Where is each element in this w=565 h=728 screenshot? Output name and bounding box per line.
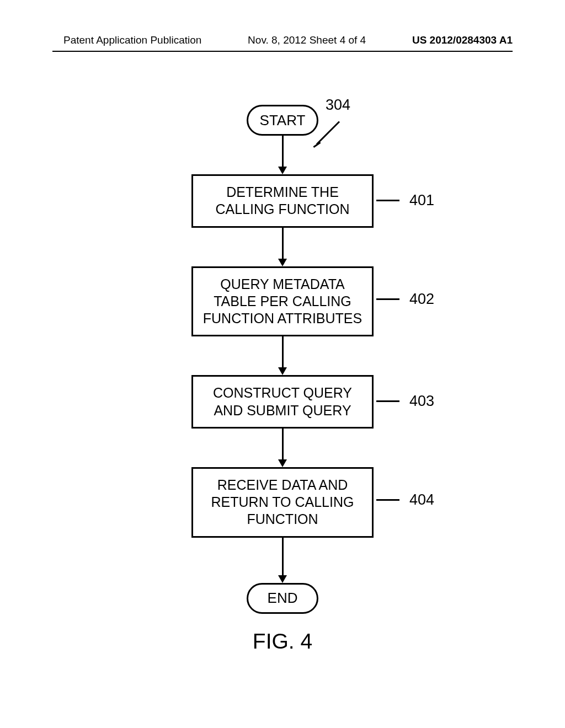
process-step-402: QUERY METADATA TABLE PER CALLING FUNCTIO… — [191, 266, 374, 337]
connector — [278, 429, 287, 467]
start-label: START — [260, 112, 306, 129]
arrow-line — [282, 429, 284, 459]
arrow-head-icon — [278, 259, 287, 266]
connector — [278, 136, 287, 174]
arrow-line — [282, 336, 284, 367]
process-ref-402: 402 — [409, 291, 434, 308]
arrow-line — [282, 538, 284, 575]
arrow-head-icon — [278, 575, 287, 583]
end-label: END — [268, 590, 298, 607]
header-date-sheet: Nov. 8, 2012 Sheet 4 of 4 — [248, 34, 366, 46]
figure-caption: FIG. 4 — [0, 629, 565, 654]
start-terminator: START — [247, 105, 318, 136]
ref-tick-line — [376, 200, 399, 201]
end-terminator: END — [247, 583, 318, 614]
arrow-line — [282, 228, 284, 259]
header-publication-number: US 2012/0284303 A1 — [412, 34, 513, 46]
process-step-text: RECEIVE DATA AND RETURN TO CALLING FUNCT… — [200, 477, 365, 528]
ref-tick-line — [376, 400, 399, 402]
process-step-text: QUERY METADATA TABLE PER CALLING FUNCTIO… — [200, 276, 365, 328]
process-ref-403: 403 — [409, 393, 434, 410]
arrow-head-icon — [278, 459, 287, 467]
ref-tick-line — [376, 499, 399, 501]
process-step-text: CONSTRUCT QUERY AND SUBMIT QUERY — [200, 384, 365, 419]
connector — [278, 538, 287, 583]
process-step-text: DETERMINE THE CALLING FUNCTION — [200, 184, 365, 218]
arrow-head-icon — [278, 167, 287, 174]
process-ref-401: 401 — [409, 192, 434, 209]
flowchart: 304 START DETERMINE THE CALLING FUNCTION… — [0, 105, 565, 654]
process-step-401: DETERMINE THE CALLING FUNCTION — [191, 174, 374, 228]
arrow-line — [282, 136, 284, 167]
ref-tick-line — [376, 298, 399, 300]
process-step-403: CONSTRUCT QUERY AND SUBMIT QUERY — [191, 375, 374, 429]
header-publication-type: Patent Application Publication — [63, 34, 201, 46]
connector — [278, 228, 287, 266]
connector — [278, 336, 287, 375]
process-ref-404: 404 — [409, 491, 434, 508]
process-step-404: RECEIVE DATA AND RETURN TO CALLING FUNCT… — [191, 467, 374, 538]
page-header: Patent Application Publication Nov. 8, 2… — [0, 34, 565, 46]
header-rule — [52, 51, 513, 52]
arrow-head-icon — [278, 367, 287, 375]
